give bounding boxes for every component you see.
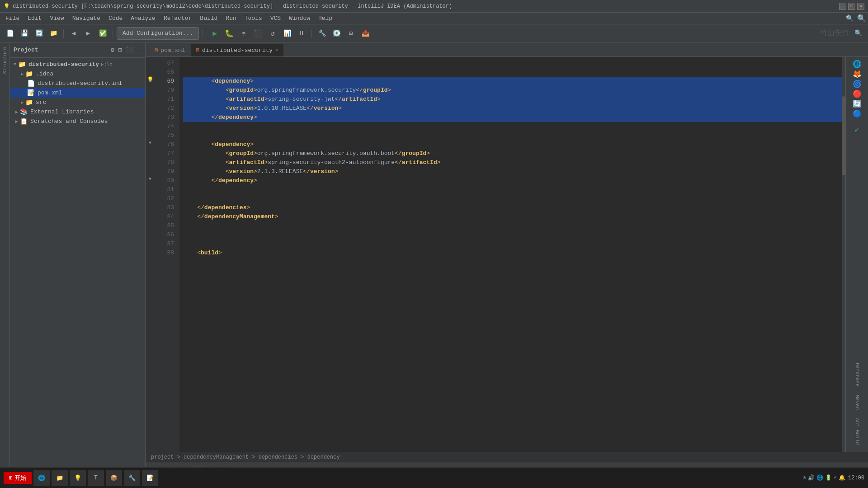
tab-close-icon[interactable]: ✕ xyxy=(275,47,278,53)
search-button[interactable]: 🔍 xyxy=(852,27,864,40)
tag-open-dep-69: < xyxy=(211,77,215,86)
dist-tab-label: distributed-security xyxy=(202,47,273,54)
menu-view[interactable]: View xyxy=(46,14,67,23)
taskbar-app3-icon[interactable]: 📝 xyxy=(142,470,158,486)
taskbar-app1-icon[interactable]: 📦 xyxy=(106,470,122,486)
share-button[interactable]: 📤 xyxy=(359,27,372,40)
tree-src-item[interactable]: ▶ 📁 src xyxy=(10,98,145,107)
back-button[interactable]: ◀ xyxy=(67,27,80,40)
tab-pom-xml[interactable]: m pom.xml xyxy=(149,44,191,56)
taskbar-typora-icon[interactable]: T xyxy=(88,470,104,486)
ext-lib-label: External Libraries xyxy=(30,108,94,115)
cover-button[interactable]: ☂ xyxy=(237,27,250,40)
maximize-button[interactable]: □ xyxy=(848,3,855,10)
structure-tab[interactable]: Structure xyxy=(1,44,9,76)
tree-idea-item[interactable]: ▶ 📁 .idea xyxy=(10,69,145,79)
edge-icon[interactable]: 🌀 xyxy=(853,80,862,89)
database-button[interactable]: 💽 xyxy=(330,27,343,40)
save-button[interactable]: 💾 xyxy=(18,27,31,40)
menu-file[interactable]: File xyxy=(2,14,23,23)
menu-run[interactable]: Run xyxy=(222,14,240,23)
recent-button[interactable]: ✅ xyxy=(96,27,109,40)
tree-iml-item[interactable]: 📄 distributed-security.iml xyxy=(10,79,145,88)
tray-icon-3[interactable]: 🌐 xyxy=(816,474,823,481)
tray-icon-4[interactable]: 🔋 xyxy=(825,474,832,481)
menu-code[interactable]: Code xyxy=(105,14,126,23)
search-everywhere-icon[interactable]: 🔍 xyxy=(857,14,866,23)
menu-tools[interactable]: Tools xyxy=(241,14,266,23)
firefox-icon[interactable]: 🦊 xyxy=(853,70,862,79)
start-button[interactable]: ⊞ 开始 xyxy=(4,472,32,484)
taskbar-intellij-icon[interactable]: 💡 xyxy=(70,470,86,486)
maven-tab[interactable]: Maven xyxy=(854,391,861,413)
tab-distributed-security[interactable]: m distributed-security ✕ xyxy=(191,44,283,56)
menu-navigate[interactable]: Navigate xyxy=(69,14,104,23)
line-num-74: 74 xyxy=(155,122,178,131)
tree-ext-lib-item[interactable]: ▶ 📚 External Libraries xyxy=(10,107,145,117)
reload-icon[interactable]: 🔄 xyxy=(853,99,862,108)
menu-window[interactable]: Window xyxy=(285,14,314,23)
new-file-button[interactable]: 📄 xyxy=(4,27,16,40)
scrollbar-track[interactable] xyxy=(842,57,845,452)
menu-refactor[interactable]: Refactor xyxy=(160,14,195,23)
pom-label: pom.xml xyxy=(38,89,62,96)
tray-icon-6[interactable]: 🔔 xyxy=(839,474,845,481)
window-controls[interactable]: ─ □ ✕ xyxy=(839,3,864,10)
run-button[interactable]: ▶ xyxy=(208,27,221,40)
root-folder-label: distributed-security xyxy=(28,61,99,68)
sidebar-layout-icon[interactable]: ⊞ xyxy=(117,45,123,55)
scratches-expand-arrow: ▶ xyxy=(15,119,18,124)
database-tab[interactable]: Database xyxy=(854,359,861,390)
ant-build-tab[interactable]: Ant Build xyxy=(854,414,861,448)
minimize-button[interactable]: ─ xyxy=(839,3,846,10)
src-expand-arrow: ▶ xyxy=(21,100,24,105)
scrollbar-thumb[interactable] xyxy=(842,96,845,175)
clock: 12:00 xyxy=(848,475,864,481)
tray-icon-2[interactable]: 🔊 xyxy=(808,474,815,481)
sync-button[interactable]: 🔄 xyxy=(33,27,45,40)
menu-analyze[interactable]: Analyze xyxy=(127,14,159,23)
rerun-button[interactable]: ↺ xyxy=(266,27,279,40)
menu-build[interactable]: Build xyxy=(196,14,221,23)
taskbar-app2-icon[interactable]: 🔧 xyxy=(124,470,140,486)
chrome-icon[interactable]: 🌐 xyxy=(853,60,862,69)
separator-2 xyxy=(113,29,113,38)
fold-icon-76[interactable]: ▼ xyxy=(149,141,151,145)
opera-icon[interactable]: 🔴 xyxy=(853,89,862,99)
ie-icon[interactable]: 🔵 xyxy=(853,109,862,118)
breadcrumb-text: project > dependencyManagement > depende… xyxy=(151,454,340,460)
close-button[interactable]: ✕ xyxy=(857,3,864,10)
gutter-line-70 xyxy=(146,84,155,93)
forward-button[interactable]: ▶ xyxy=(82,27,94,40)
menu-edit[interactable]: Edit xyxy=(24,14,45,23)
taskbar-chrome-icon[interactable]: 🌐 xyxy=(33,470,50,486)
debug-button[interactable]: 🐛 xyxy=(223,27,236,40)
tree-root-item[interactable]: ▼ 📁 distributed-security F:\t xyxy=(10,60,145,69)
sidebar-collapse-icon[interactable]: ⬛ xyxy=(125,45,134,55)
tray-icon-1[interactable]: ⊙ xyxy=(803,474,806,481)
sidebar-close-icon[interactable]: — xyxy=(136,45,142,55)
layout-button[interactable]: ⊞ xyxy=(344,27,357,40)
menu-help[interactable]: Help xyxy=(315,14,336,23)
configuration-button[interactable]: Add Configuration... xyxy=(117,27,199,40)
sidebar-settings-icon[interactable]: ⚙ xyxy=(110,45,115,55)
code-content[interactable]: <dependency> <groupId>org.springframewor… xyxy=(179,57,868,452)
code-line-70: <groupId>org.springframework.security</g… xyxy=(183,86,864,95)
toolbar-right: 竹山安竹 🔍 xyxy=(820,27,864,40)
taskbar-explorer-icon[interactable]: 📁 xyxy=(52,470,68,486)
root-path-label: F:\t xyxy=(101,62,113,67)
line-num-84: 84 xyxy=(155,212,178,221)
bulb-icon-69[interactable]: 💡 xyxy=(147,76,154,83)
profile-button[interactable]: 📊 xyxy=(281,27,293,40)
open-folder-button[interactable]: 📁 xyxy=(47,27,60,40)
fold-icon-80[interactable]: ▼ xyxy=(149,177,151,182)
pause-button[interactable]: ⏸ xyxy=(295,27,308,40)
editor-area: m pom.xml m distributed-security ✕ 💡 xyxy=(146,42,868,488)
separator-1 xyxy=(63,29,64,38)
tray-icon-5[interactable]: ⚡ xyxy=(834,474,837,481)
stop-button[interactable]: ⬛ xyxy=(252,27,264,40)
tree-pom-item[interactable]: 📝 pom.xml xyxy=(10,88,145,98)
tree-scratches-item[interactable]: ▶ 📋 Scratches and Consoles xyxy=(10,117,145,126)
wrench-button[interactable]: 🔧 xyxy=(316,27,328,40)
menu-vcs[interactable]: VCS xyxy=(267,14,284,23)
